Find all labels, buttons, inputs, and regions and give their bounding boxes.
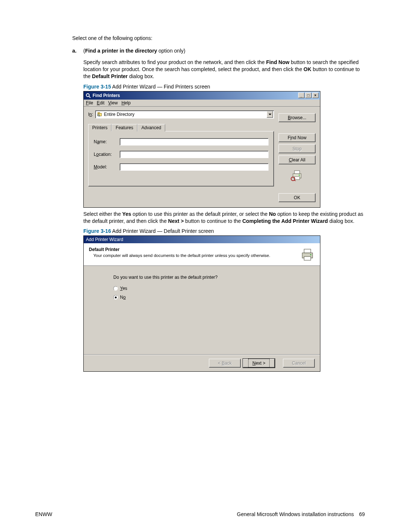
svg-rect-8 bbox=[294, 177, 300, 180]
menu-view[interactable]: View bbox=[108, 100, 118, 106]
menu-edit[interactable]: Edit bbox=[97, 100, 104, 106]
in-label: In: bbox=[88, 112, 93, 117]
browse-button[interactable]: Browse... bbox=[279, 113, 316, 122]
wizard-header: Default Printer Your computer will alway… bbox=[84, 243, 320, 266]
clear-all-button[interactable]: Clear All bbox=[279, 155, 316, 164]
back-button[interactable]: < Back bbox=[209, 359, 241, 368]
radio-yes[interactable] bbox=[113, 286, 118, 291]
printer-icon bbox=[300, 247, 315, 262]
intro-text: Select one of the following options: bbox=[72, 35, 365, 41]
stop-button[interactable]: Stop bbox=[279, 144, 316, 153]
svg-point-0 bbox=[86, 94, 89, 97]
find-printers-dialog: Find Printers _ □ × File Edit View Help … bbox=[83, 91, 320, 208]
radio-no[interactable] bbox=[113, 295, 118, 300]
menubar: File Edit View Help bbox=[84, 100, 320, 107]
titlebar-text: Find Printers bbox=[93, 93, 120, 98]
find-now-button[interactable]: Find Now bbox=[279, 133, 316, 142]
maximize-button[interactable]: □ bbox=[305, 93, 311, 98]
chevron-down-icon[interactable] bbox=[267, 111, 273, 118]
name-label: Name: bbox=[94, 139, 116, 144]
wizard-titlebar: Add Printer Wizard bbox=[84, 236, 320, 243]
wizard-header-title: Default Printer bbox=[89, 247, 296, 252]
svg-rect-3 bbox=[98, 113, 100, 113]
radio-no-row[interactable]: No bbox=[113, 295, 298, 300]
svg-rect-14 bbox=[304, 257, 311, 260]
name-input[interactable] bbox=[120, 138, 269, 145]
tab-advanced[interactable]: Advanced bbox=[137, 124, 165, 131]
wizard-footer: < Back Next > Cancel bbox=[84, 355, 320, 371]
footer-left: ENWW bbox=[35, 511, 52, 517]
paragraph-find-instructions: Specify search attributes to find your p… bbox=[83, 59, 365, 80]
next-button[interactable]: Next > bbox=[243, 359, 275, 368]
menu-help[interactable]: Help bbox=[121, 100, 131, 106]
radio-yes-row[interactable]: Yes bbox=[113, 286, 298, 291]
printer-large-icon bbox=[290, 168, 304, 181]
in-value: Entire Directory bbox=[104, 112, 134, 117]
close-button[interactable]: × bbox=[312, 93, 319, 98]
cancel-button[interactable]: Cancel bbox=[283, 359, 315, 368]
radio-yes-label: Yes bbox=[120, 286, 127, 291]
svg-point-15 bbox=[310, 254, 311, 255]
list-marker-a: a. bbox=[72, 48, 83, 54]
location-label: Location: bbox=[94, 152, 116, 157]
page-footer: ENWW General Microsoft Windows installat… bbox=[35, 511, 365, 517]
list-label-a: (Find a printer in the directory option … bbox=[83, 48, 185, 54]
svg-point-9 bbox=[299, 174, 300, 175]
figure-3-15-caption: Figure 3-15 Add Printer Wizard — Find Pr… bbox=[83, 84, 365, 90]
wizard-header-subtitle: Your computer will always send documents… bbox=[89, 253, 296, 258]
in-combo[interactable]: Entire Directory bbox=[95, 110, 274, 118]
wizard-question: Do you want to use this printer as the d… bbox=[113, 275, 298, 280]
ok-button[interactable]: OK bbox=[279, 193, 316, 202]
find-icon bbox=[85, 93, 91, 98]
tabstrip: Printers Features Advanced bbox=[88, 124, 274, 131]
radio-no-label: No bbox=[120, 295, 126, 300]
svg-line-1 bbox=[89, 96, 90, 98]
tab-printers[interactable]: Printers bbox=[88, 124, 111, 131]
svg-rect-7 bbox=[294, 171, 300, 174]
location-input[interactable] bbox=[120, 151, 269, 158]
directory-icon bbox=[97, 112, 102, 117]
add-printer-wizard-dialog: Add Printer Wizard Default Printer Your … bbox=[83, 235, 320, 372]
svg-line-11 bbox=[294, 180, 296, 181]
model-label: Model: bbox=[94, 164, 116, 170]
list-item-a: a. (Find a printer in the directory opti… bbox=[72, 48, 365, 54]
model-input[interactable] bbox=[120, 163, 269, 171]
svg-rect-13 bbox=[304, 249, 311, 253]
footer-page-number: 69 bbox=[359, 511, 365, 517]
figure-3-16-caption: Figure 3-16 Add Printer Wizard — Default… bbox=[83, 228, 365, 234]
svg-rect-2 bbox=[98, 113, 101, 116]
tab-panel-printers: Name: Location: Model: bbox=[88, 131, 274, 187]
tab-features[interactable]: Features bbox=[111, 124, 137, 131]
menu-file[interactable]: File bbox=[86, 100, 93, 106]
paragraph-default-instructions: Select either the Yes option to use this… bbox=[83, 211, 365, 225]
wizard-body: Do you want to use this printer as the d… bbox=[84, 266, 320, 355]
minimize-button[interactable]: _ bbox=[298, 93, 304, 98]
titlebar: Find Printers _ □ × bbox=[84, 91, 320, 100]
footer-right: General Microsoft Windows installation i… bbox=[237, 511, 354, 517]
